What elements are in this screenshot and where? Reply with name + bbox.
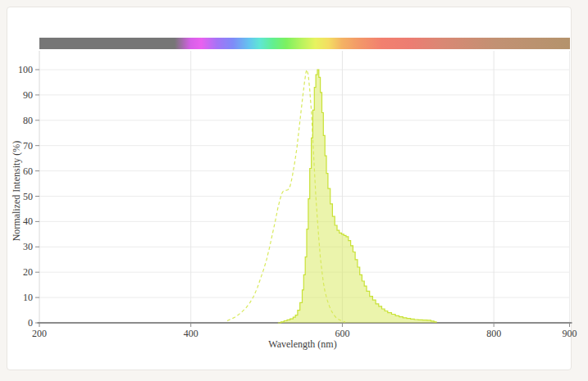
y-tick-label: 90: [5, 89, 33, 101]
y-tick-label: 0: [5, 317, 33, 329]
y-axis-title: Normalized Intensity (%): [11, 141, 23, 242]
x-tick-label: 800: [476, 328, 512, 339]
y-tick-label: 100: [5, 64, 33, 75]
spectra-chart-canvas: [0, 0, 588, 381]
y-tick-label: 80: [5, 115, 33, 126]
x-tick-label: 900: [552, 328, 588, 339]
x-axis-title: Wavelength (nm): [221, 338, 385, 351]
x-tick-label: 600: [324, 328, 360, 339]
page: { "page": { "background": "#f7f5f2", "ca…: [0, 0, 588, 381]
y-tick-label: 30: [5, 241, 33, 252]
y-tick-label: 10: [5, 292, 33, 303]
x-tick-label: 400: [173, 328, 209, 339]
y-tick-label: 20: [5, 266, 33, 278]
x-tick-label: 200: [21, 328, 57, 339]
